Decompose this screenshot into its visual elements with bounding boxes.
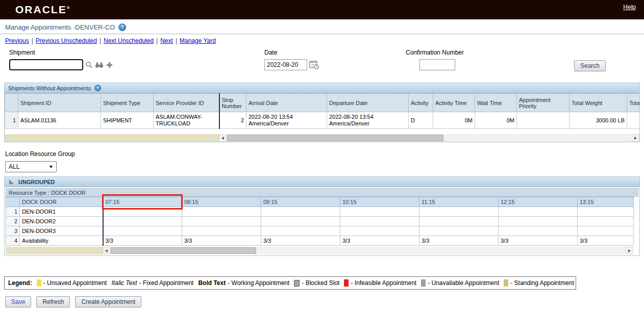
time-slot-header-0915[interactable]: 09:15 bbox=[261, 197, 340, 207]
slot-cell[interactable] bbox=[340, 226, 419, 236]
scroll-track[interactable] bbox=[110, 247, 626, 254]
add-icon[interactable] bbox=[106, 62, 113, 68]
availability-cell: 3/3 bbox=[261, 236, 340, 246]
slot-cell[interactable] bbox=[103, 217, 182, 226]
dock-door-name: DEN-DOOR3 bbox=[20, 226, 103, 236]
nav-separator: | bbox=[32, 37, 33, 44]
resource-type-label: Resource Type : DOCK DOOR bbox=[9, 190, 86, 196]
page-help-icon[interactable]: ? bbox=[118, 23, 126, 31]
top-bar: ORACLE® Help bbox=[0, 0, 644, 19]
nav-link-next-unscheduled[interactable]: Next Unscheduled bbox=[104, 37, 154, 44]
scroll-left-button[interactable] bbox=[103, 247, 110, 254]
collapse-icon[interactable] bbox=[9, 179, 14, 184]
column-header-shipment-id: Shipment ID bbox=[18, 94, 101, 112]
shipments-help-icon[interactable]: ? bbox=[94, 85, 101, 91]
resource-group-selected-option: ALL bbox=[9, 163, 19, 170]
slot-cell[interactable] bbox=[419, 217, 499, 226]
scroll-left-button[interactable] bbox=[219, 134, 227, 142]
availability-cell: 3/3 bbox=[419, 236, 499, 246]
resource-group-select[interactable]: ALL bbox=[5, 161, 57, 172]
slot-cell[interactable] bbox=[499, 217, 578, 226]
nav-link-manage-yard[interactable]: Manage Yard bbox=[180, 37, 216, 44]
confirmation-input[interactable] bbox=[419, 59, 455, 70]
create-appointment-button[interactable]: Create Appointment bbox=[75, 296, 141, 307]
frozen-pane-filler bbox=[5, 134, 219, 142]
column-header-total-weight: Total Weight bbox=[569, 94, 627, 112]
availability-cell: 3/3 bbox=[340, 236, 419, 246]
column-header-activity: Activity bbox=[409, 94, 433, 112]
time-label: 07:15 bbox=[106, 199, 120, 205]
save-button[interactable]: Save bbox=[5, 296, 31, 307]
refresh-button[interactable]: Refresh bbox=[36, 296, 70, 307]
column-header-service-provider-id: Service Provider ID bbox=[154, 94, 219, 112]
search-form: Shipment Date Confirmation Number Search bbox=[0, 49, 644, 79]
row-number-cell: 1 bbox=[5, 112, 18, 129]
scroll-right-arrow-icon bbox=[634, 137, 637, 140]
scroll-thumb[interactable] bbox=[227, 135, 443, 141]
nav-link-previous-unscheduled[interactable]: Previous Unscheduled bbox=[36, 37, 97, 44]
legend-prefix: Bold Text bbox=[198, 279, 226, 287]
binoculars-icon[interactable] bbox=[94, 62, 104, 68]
legend-text: - Blocked Slot bbox=[302, 279, 339, 287]
help-link[interactable]: Help bbox=[623, 4, 636, 11]
slot-cell[interactable] bbox=[578, 207, 634, 217]
slot-cell[interactable] bbox=[182, 226, 261, 236]
date-input[interactable] bbox=[264, 59, 307, 70]
slot-cell[interactable] bbox=[261, 217, 340, 226]
legend-text: - Working Appointment bbox=[228, 279, 289, 287]
time-slot-header-1015[interactable]: 10:15 bbox=[340, 197, 419, 207]
slot-cell[interactable] bbox=[419, 226, 499, 236]
dock-door-row: 3 DEN-DOOR3 bbox=[6, 226, 634, 236]
nav-separator: | bbox=[100, 37, 101, 44]
scroll-right-button[interactable] bbox=[626, 247, 633, 254]
slot-cell[interactable] bbox=[499, 226, 578, 236]
slot-cell[interactable] bbox=[261, 207, 340, 217]
availability-cell: 3/3 bbox=[103, 236, 182, 246]
dock-door-name: DEN-DOOR2 bbox=[20, 217, 103, 226]
legend-item-standing: - Standing Appointment bbox=[504, 279, 574, 287]
row-number-header bbox=[5, 94, 18, 112]
calendar-icon[interactable] bbox=[309, 60, 320, 70]
slot-cell[interactable] bbox=[419, 207, 499, 217]
slot-cell[interactable] bbox=[182, 217, 261, 226]
cell-appointment-priority bbox=[517, 112, 569, 129]
column-header-shipment-type: Shipment Type bbox=[101, 94, 154, 112]
time-slot-header-1315[interactable]: 13:15 bbox=[578, 197, 634, 207]
slot-cell[interactable] bbox=[340, 217, 419, 226]
slot-cell[interactable] bbox=[578, 217, 634, 226]
slot-cell[interactable] bbox=[103, 207, 182, 217]
shipment-input[interactable] bbox=[9, 59, 83, 70]
time-slot-header-0715[interactable]: 07:15 bbox=[103, 197, 182, 207]
time-slot-header-1215[interactable]: 12:15 bbox=[499, 197, 578, 207]
time-slot-header-1115[interactable]: 11:15 bbox=[419, 197, 499, 207]
slot-cell[interactable] bbox=[103, 226, 182, 236]
shipment-row[interactable]: 1 ASLAM.01136 SHIPMENT ASLAM.CONWAY-TRUC… bbox=[5, 112, 640, 129]
scroll-right-arrow-icon bbox=[628, 249, 631, 252]
nav-link-previous[interactable]: Previous bbox=[5, 37, 29, 44]
slot-cell[interactable] bbox=[499, 207, 578, 217]
time-slot-header-0815[interactable]: 08:15 bbox=[182, 197, 261, 207]
slot-cell[interactable] bbox=[340, 207, 419, 217]
lookup-icon[interactable] bbox=[85, 61, 93, 68]
shipments-section-title: Shipments Without Appointments bbox=[8, 85, 91, 91]
shipment-field: Shipment bbox=[9, 49, 113, 70]
scroll-track[interactable] bbox=[227, 134, 632, 142]
search-button[interactable]: Search bbox=[574, 60, 606, 71]
scroll-thumb[interactable] bbox=[111, 247, 256, 254]
slot-cell[interactable] bbox=[182, 207, 261, 217]
cell-departure-date: 2022-08-20 13:54 America/Denver bbox=[327, 112, 409, 129]
nav-separator: | bbox=[176, 37, 177, 44]
slot-cell[interactable] bbox=[261, 226, 340, 236]
nav-link-next[interactable]: Next bbox=[160, 37, 173, 44]
cell-activity-time: 0M bbox=[433, 112, 475, 129]
shipment-label: Shipment bbox=[9, 49, 113, 56]
cell-stop-number: 2 bbox=[219, 112, 246, 129]
blocked-slot-swatch bbox=[294, 280, 300, 287]
table-empty-area bbox=[5, 129, 639, 134]
scroll-left-arrow-icon bbox=[105, 249, 108, 252]
column-header-activity-time: Activity Time bbox=[433, 94, 475, 112]
slot-cell[interactable] bbox=[578, 226, 634, 236]
scroll-right-button[interactable] bbox=[632, 134, 639, 142]
page-header: Manage Appointments -DENVER-CO ? bbox=[0, 19, 644, 34]
legend-text: - Standing Appointment bbox=[510, 279, 574, 287]
